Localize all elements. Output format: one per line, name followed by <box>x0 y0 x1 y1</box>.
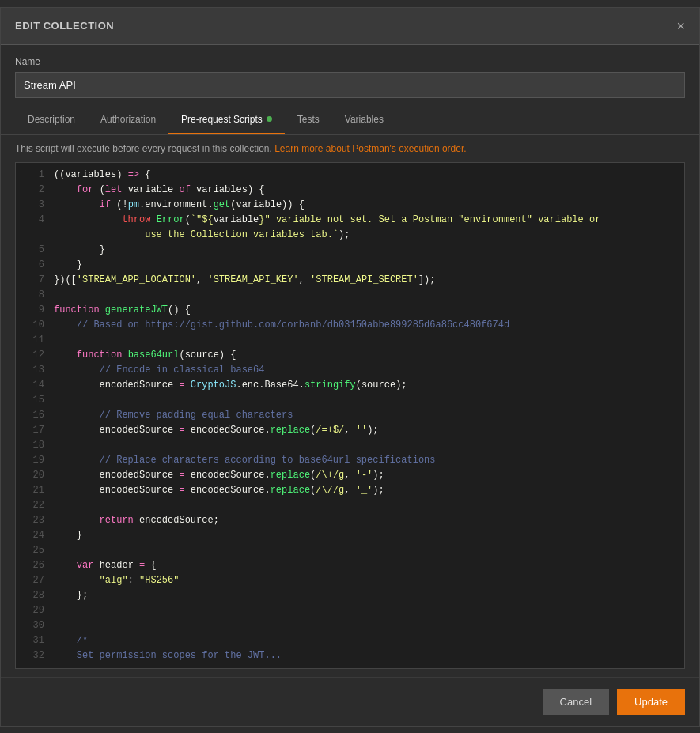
code-line-32: 32 Set permission scopes for the JWT... <box>16 648 684 663</box>
code-editor-area[interactable]: 1 ((variables) => { 2 for (let variable … <box>15 162 685 669</box>
code-line-24: 24 } <box>16 528 684 543</box>
code-line-27: 27 "alg": "HS256" <box>16 573 684 588</box>
tab-variables[interactable]: Variables <box>332 106 396 134</box>
code-line-29: 29 <box>16 603 684 618</box>
code-line-20: 20 encodedSource = encodedSource.replace… <box>16 468 684 483</box>
modal-header: EDIT COLLECTION × <box>1 8 699 45</box>
code-line-4: 4 throw Error(`"${variable}" variable no… <box>16 213 684 228</box>
info-bar: This script will execute before every re… <box>1 135 699 162</box>
tab-authorization[interactable]: Authorization <box>88 106 168 134</box>
code-line-9: 9 function generateJWT() { <box>16 303 684 318</box>
modal-footer: Cancel Update <box>1 677 699 726</box>
tab-pre-request-scripts[interactable]: Pre-request Scripts <box>168 106 285 134</box>
code-line-3: 3 if (!pm.environment.get(variable)) { <box>16 198 684 213</box>
edit-collection-modal: EDIT COLLECTION × Name Description Autho… <box>0 7 700 727</box>
update-button[interactable]: Update <box>617 689 685 715</box>
code-line-16: 16 // Remove padding equal characters <box>16 408 684 423</box>
code-line-10: 10 // Based on https://gist.github.com/c… <box>16 318 684 333</box>
code-line-23: 23 return encodedSource; <box>16 513 684 528</box>
code-line-13: 13 // Encode in classical base64 <box>16 363 684 378</box>
code-line-12: 12 function base64url(source) { <box>16 348 684 363</box>
code-editor: 1 ((variables) => { 2 for (let variable … <box>16 163 684 668</box>
code-line-15: 15 <box>16 393 684 408</box>
code-line-14: 14 encodedSource = CryptoJS.enc.Base64.s… <box>16 378 684 393</box>
code-line-11: 11 <box>16 333 684 348</box>
code-line-17: 17 encodedSource = encodedSource.replace… <box>16 423 684 438</box>
cancel-button[interactable]: Cancel <box>543 689 609 715</box>
code-line-1: 1 ((variables) => { <box>16 168 684 183</box>
code-line-31: 31 /* <box>16 633 684 648</box>
tabs-bar: Description Authorization Pre-request Sc… <box>1 106 699 135</box>
tab-tests[interactable]: Tests <box>285 106 332 134</box>
code-line-7: 7 })(['STREAM_APP_LOCATION', 'STREAM_API… <box>16 273 684 288</box>
code-line-22: 22 <box>16 498 684 513</box>
code-line-4b: use the Collection variables tab.`); <box>16 228 684 243</box>
code-line-26: 26 var header = { <box>16 558 684 573</box>
code-line-18: 18 <box>16 438 684 453</box>
code-line-2: 2 for (let variable of variables) { <box>16 183 684 198</box>
collection-name-input[interactable] <box>15 72 685 98</box>
name-section: Name <box>1 45 699 106</box>
code-line-5: 5 } <box>16 243 684 258</box>
code-line-30: 30 <box>16 618 684 633</box>
tab-active-dot <box>267 116 272 122</box>
learn-more-link[interactable]: Learn more about Postman's execution ord… <box>274 143 466 154</box>
code-line-6: 6 } <box>16 258 684 273</box>
code-line-25: 25 <box>16 543 684 558</box>
code-line-8: 8 <box>16 288 684 303</box>
code-line-21: 21 encodedSource = encodedSource.replace… <box>16 483 684 498</box>
tab-description[interactable]: Description <box>15 106 88 134</box>
code-line-28: 28 }; <box>16 588 684 603</box>
close-button[interactable]: × <box>676 19 685 33</box>
modal-title: EDIT COLLECTION <box>15 20 114 32</box>
code-line-19: 19 // Replace characters according to ba… <box>16 453 684 468</box>
name-label: Name <box>15 56 685 67</box>
